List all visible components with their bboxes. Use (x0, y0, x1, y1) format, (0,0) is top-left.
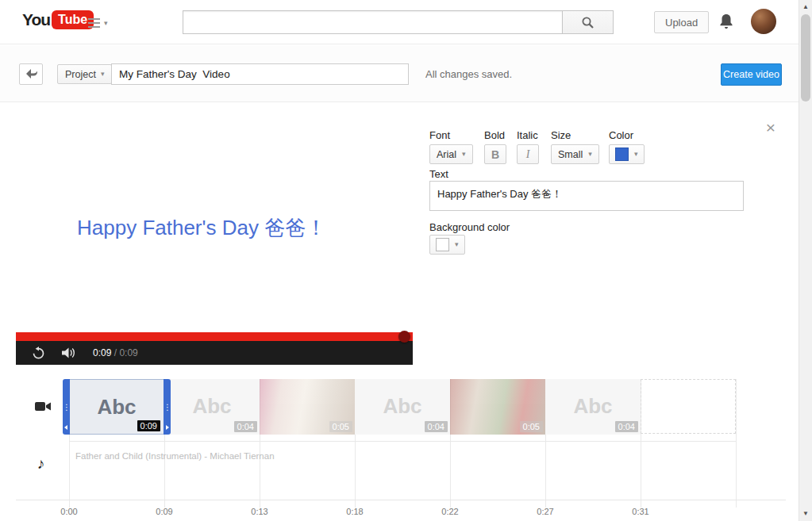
timeline-clip-photo[interactable]: 0:05 (450, 379, 545, 435)
audio-track-title[interactable]: Father and Child (Instrumental) - Michae… (75, 451, 275, 461)
clip-duration-badge: 0:09 (137, 420, 160, 431)
ruler-divider (16, 500, 786, 500)
clip-duration-badge: 0:05 (329, 421, 352, 432)
upload-button[interactable]: Upload (654, 11, 709, 33)
replay-button[interactable] (32, 347, 45, 360)
create-video-label: Create video (723, 69, 779, 80)
timeline-clip-photo[interactable]: 0:05 (260, 379, 355, 435)
bell-icon (718, 13, 734, 30)
project-title-input[interactable] (111, 63, 409, 85)
current-time: 0:09 (93, 347, 111, 358)
project-dropdown-label: Project (65, 69, 96, 80)
top-header: You Tube Upload (0, 0, 799, 44)
timeline-clip-text-selected[interactable]: Abc 0:09 (69, 379, 164, 435)
italic-label: Italic (517, 129, 538, 141)
chevron-down-icon (101, 71, 105, 78)
chevron-down-icon (104, 20, 108, 27)
player-control-bar: 0:09 / 0:09 (16, 341, 413, 365)
trim-handle-right[interactable] (164, 379, 171, 435)
search-icon (581, 16, 595, 29)
text-label: Text (429, 168, 448, 180)
text-color-swatch (615, 147, 629, 161)
text-color-dropdown[interactable] (609, 144, 645, 164)
search-button[interactable] (563, 10, 614, 34)
clip-duration-badge: 0:04 (234, 421, 257, 432)
scroll-down-icon[interactable] (799, 508, 812, 520)
clip-duration-badge: 0:04 (615, 421, 638, 432)
music-note-icon (37, 455, 45, 473)
chevron-down-icon (634, 151, 638, 158)
empty-clip-slot[interactable] (641, 379, 736, 434)
clip-duration-badge: 0:04 (425, 421, 448, 432)
timeline-gridline (736, 379, 737, 508)
italic-glyph: I (526, 148, 530, 161)
save-status-text: All changes saved. (425, 68, 512, 80)
guide-menu-button[interactable] (88, 17, 114, 29)
font-dropdown[interactable]: Arial (429, 144, 473, 164)
upload-label: Upload (665, 17, 698, 29)
ruler-time-label: 0:13 (242, 507, 277, 516)
video-camera-icon (35, 400, 52, 412)
size-label: Size (551, 129, 571, 141)
background-color-swatch (436, 238, 449, 251)
back-arrow-icon (25, 68, 38, 80)
chevron-down-icon (462, 151, 466, 158)
project-dropdown[interactable]: Project (57, 64, 112, 84)
logo-text-you: You (22, 10, 50, 29)
ruler-time-label: 0:31 (623, 507, 658, 516)
trim-handle-left[interactable] (63, 379, 70, 435)
ruler-time-label: 0:22 (433, 507, 468, 516)
ruler-time-label: 0:27 (528, 507, 563, 516)
video-track-icon (35, 400, 52, 416)
chevron-down-icon (588, 151, 592, 158)
project-toolbar: Project All changes saved. Create video (0, 45, 799, 102)
timeline-clip-text[interactable]: Abc 0:04 (164, 379, 260, 435)
clip-duration-badge: 0:05 (520, 421, 543, 432)
vertical-scrollbar[interactable] (799, 0, 812, 521)
timeline-clip-text[interactable]: Abc 0:04 (355, 379, 450, 435)
chevron-down-icon (455, 241, 459, 248)
overlay-text-input[interactable]: Happy Father's Day 爸爸！ (429, 181, 744, 211)
background-color-label: Background color (429, 221, 510, 233)
bold-glyph: B (491, 148, 499, 161)
ruler-time-label: 0:00 (52, 507, 87, 516)
youtube-logo[interactable]: You Tube (22, 10, 94, 29)
time-separator: / (114, 347, 117, 358)
scrollbar-thumb[interactable] (801, 14, 810, 102)
size-dropdown-value: Small (558, 149, 583, 160)
audio-track-divider (69, 441, 736, 442)
bold-label: Bold (484, 129, 505, 141)
search-input[interactable] (183, 10, 563, 34)
player-scrubber[interactable] (398, 331, 410, 343)
italic-button[interactable]: I (517, 144, 539, 164)
close-panel-icon[interactable] (763, 118, 779, 137)
replay-icon (32, 347, 45, 360)
size-dropdown[interactable]: Small (551, 144, 599, 164)
scroll-up-icon[interactable] (799, 1, 812, 13)
create-video-button[interactable]: Create video (721, 63, 782, 86)
player-progress-bar[interactable] (16, 332, 413, 341)
volume-button[interactable] (62, 347, 76, 358)
bold-button[interactable]: B (484, 144, 506, 164)
account-avatar[interactable] (751, 9, 776, 34)
player-time-display: 0:09 / 0:09 (93, 347, 138, 358)
ruler-time-label: 0:09 (147, 507, 182, 516)
youtube-video-editor: You Tube Upload (0, 0, 812, 521)
color-label: Color (609, 129, 633, 141)
font-label: Font (429, 129, 450, 141)
text-overlay-preview[interactable]: Happy Father's Day 爸爸！ (77, 214, 326, 242)
hamburger-icon (88, 18, 100, 20)
font-dropdown-value: Arial (437, 149, 456, 160)
background-color-dropdown[interactable] (429, 235, 465, 255)
total-time: 0:09 (119, 347, 137, 358)
back-button[interactable] (19, 63, 43, 85)
timeline-clip-text[interactable]: Abc 0:04 (545, 379, 641, 435)
volume-icon (62, 347, 76, 358)
ruler-time-label: 0:18 (337, 507, 372, 516)
notifications-button[interactable] (718, 13, 734, 33)
